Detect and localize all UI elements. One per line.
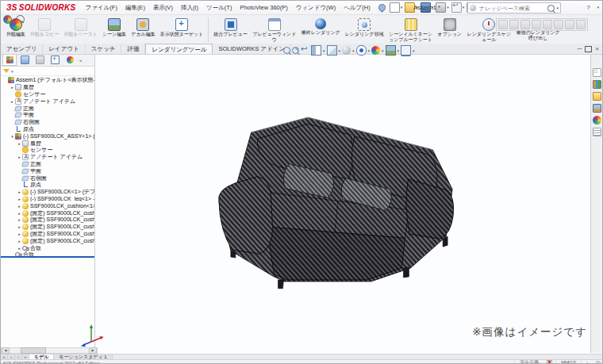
tree-row[interactable]: 原点 xyxy=(1,126,94,133)
render-region-button[interactable]: レンダリング領域 xyxy=(343,17,386,37)
new-document-button[interactable] xyxy=(390,2,400,13)
proof-grid-icon[interactable] xyxy=(576,20,586,29)
tree-expander-icon[interactable]: ▸ xyxy=(10,99,15,104)
panel-splitter[interactable] xyxy=(1,256,94,258)
display-style-icon[interactable] xyxy=(342,46,351,55)
zoom-area-icon[interactable] xyxy=(292,47,299,54)
tree-row[interactable]: 右側面 xyxy=(1,174,94,182)
tree-row[interactable]: ▸(-) SSF9000LCK_leg<1> -> xyxy=(1,196,94,203)
render-sphere-icon[interactable] xyxy=(565,20,574,29)
tree-row[interactable]: ▸(固定) SSF9000LCK_cushion xyxy=(1,209,94,216)
file-explorer-icon[interactable] xyxy=(593,92,601,101)
scene-button[interactable]: シーン編集 xyxy=(100,17,129,37)
edit-appearance-dropdown-icon[interactable]: ▾ xyxy=(382,48,384,53)
tree-row[interactable]: ▸履歴 xyxy=(1,84,94,91)
search-input[interactable] xyxy=(478,5,546,12)
zoom-fit-icon[interactable] xyxy=(283,47,290,54)
tree-expander-icon[interactable]: ▸ xyxy=(17,246,22,251)
upload-icon[interactable] xyxy=(554,20,563,29)
panel-tab-configurationmanager[interactable] xyxy=(33,54,47,66)
view-settings-icon[interactable] xyxy=(401,45,411,56)
view-orientation-icon[interactable] xyxy=(327,45,337,56)
undo-button[interactable] xyxy=(451,2,462,13)
status-units[interactable]: MMGS xyxy=(555,360,581,364)
tree-row[interactable]: 正面 xyxy=(1,105,94,112)
scrollbar-thumb[interactable] xyxy=(21,347,46,354)
image-preview-icon[interactable] xyxy=(543,20,552,29)
tab-アセンブリ[interactable]: アセンブリ xyxy=(1,44,43,54)
panel-tabs-overflow-icon[interactable]: » xyxy=(79,58,82,63)
tree-row[interactable]: 平面 xyxy=(1,167,94,174)
panel-tab-displaymanager[interactable] xyxy=(63,54,77,66)
help-button[interactable]: ? xyxy=(583,4,593,11)
menu-item[interactable]: ファイル(F) xyxy=(82,1,121,14)
tree-expander-icon[interactable]: ▾ xyxy=(10,134,15,139)
apply-scene-icon[interactable] xyxy=(386,45,396,56)
panel-tab-featuremanager[interactable] xyxy=(2,54,17,66)
menu-item[interactable]: 挿入(I) xyxy=(177,1,202,14)
tree-row[interactable]: センサー xyxy=(1,91,94,98)
section-view-icon[interactable] xyxy=(311,45,321,56)
restore-document-button[interactable] xyxy=(585,46,592,52)
proof-sheet-button[interactable]: シーンイルミネーションプルーフシート xyxy=(386,17,436,42)
magnifier-icon[interactable] xyxy=(498,20,508,29)
search-dropdown-icon[interactable]: ▾ xyxy=(556,4,559,13)
view-palette-icon[interactable] xyxy=(593,104,601,113)
tree-row[interactable]: ▸履歴 xyxy=(1,140,94,147)
tree-row[interactable]: 右側面 xyxy=(1,119,94,126)
preview-window-button[interactable]: プレビューウィンドウ xyxy=(250,17,299,42)
tree-expander-icon[interactable]: ▸ xyxy=(10,85,15,90)
menu-item[interactable]: ウィンドウ(W) xyxy=(292,1,340,14)
hide-show-items-dropdown-icon[interactable]: ▾ xyxy=(368,48,371,53)
hide-show-items-icon[interactable] xyxy=(356,45,367,56)
tree-row[interactable]: Assem1 (デフォルト<表示状態-1>) xyxy=(1,77,94,84)
filter-dropdown-icon[interactable]: ▾ xyxy=(11,69,13,74)
tree-horizontal-scrollbar[interactable]: ◀ ▶ xyxy=(1,347,98,354)
tree-expander-icon[interactable]: ▸ xyxy=(17,204,22,209)
print-dropdown-icon[interactable]: ▾ xyxy=(447,3,449,12)
display-style-dropdown-icon[interactable]: ▾ xyxy=(352,48,355,53)
target-button[interactable]: 表示状態ターゲット xyxy=(158,17,206,37)
tree-expander-icon[interactable]: ▸ xyxy=(17,141,22,146)
tree-row[interactable]: ▸(固定) SSF9000LCK_cushion xyxy=(1,216,94,224)
view-settings-dropdown-icon[interactable]: ▾ xyxy=(413,48,415,53)
graphics-area[interactable]: ※画像はイメージです xyxy=(95,54,592,353)
undo-dropdown-icon[interactable]: ▾ xyxy=(463,3,465,12)
search-icon[interactable] xyxy=(547,5,555,12)
solidworks-resources-icon[interactable] xyxy=(593,68,601,77)
tree-expander-icon[interactable]: ▸ xyxy=(17,211,22,216)
panel-tab-dimxpertmanager[interactable] xyxy=(48,54,62,66)
close-document-button[interactable]: × xyxy=(595,45,599,52)
pin-icon[interactable] xyxy=(377,2,387,13)
tree-row[interactable]: ▸アノテート アイテム xyxy=(1,98,94,105)
apply-scene-dropdown-icon[interactable]: ▾ xyxy=(398,48,400,53)
minimize-document-button[interactable]: ─ xyxy=(578,45,582,52)
final-render-button[interactable]: 最終レンダリング xyxy=(299,17,343,36)
tab-レンダリングツール[interactable]: レンダリングツール xyxy=(145,44,213,54)
tree-row[interactable]: ▸(固定) SSF9000LCK_cushion xyxy=(1,237,94,244)
status-custom[interactable]: - xyxy=(581,360,593,364)
scroll-left-icon[interactable]: ◀ xyxy=(2,347,10,354)
tree-expander-icon[interactable]: ▸ xyxy=(17,224,22,229)
menu-item[interactable]: 編集(E) xyxy=(121,1,149,14)
menu-item[interactable]: ツール(T) xyxy=(202,1,236,14)
tree-row[interactable]: ▾(-) SSF9000LCK_ASSY<1> (デフ xyxy=(1,132,94,140)
tree-expander-icon[interactable]: ▸ xyxy=(17,197,22,201)
appearances-scenes-icon[interactable] xyxy=(593,116,601,125)
tree-row[interactable]: ▸アノテート アイテム xyxy=(1,154,94,161)
tree-row[interactable]: センサー xyxy=(1,147,94,154)
tree-row[interactable]: ▸SSF9000LCK_cushion<1> (デ xyxy=(1,202,94,209)
section-view-dropdown-icon[interactable]: ▾ xyxy=(323,48,325,53)
status-globe-icon[interactable] xyxy=(596,361,601,364)
tree-row[interactable]: 正面 xyxy=(1,161,94,168)
panel-tab-propertymanager[interactable] xyxy=(17,54,32,66)
scene-sphere-icon[interactable] xyxy=(532,20,541,29)
sofa-model[interactable] xyxy=(212,113,464,292)
tab-レイアウト[interactable]: レイアウト xyxy=(43,44,85,54)
help-dropdown-icon[interactable]: ▾ xyxy=(597,3,599,12)
appearance-ball-button[interactable]: 外観編集 xyxy=(4,17,28,37)
search-scope-icon[interactable] xyxy=(470,5,476,11)
tab-SOLIDWORKS アドイン[interactable]: SOLIDWORKS アドイン xyxy=(213,44,291,54)
appearance-sphere-icon[interactable] xyxy=(520,20,530,29)
menu-item[interactable]: PhotoView 360(P) xyxy=(236,1,291,14)
